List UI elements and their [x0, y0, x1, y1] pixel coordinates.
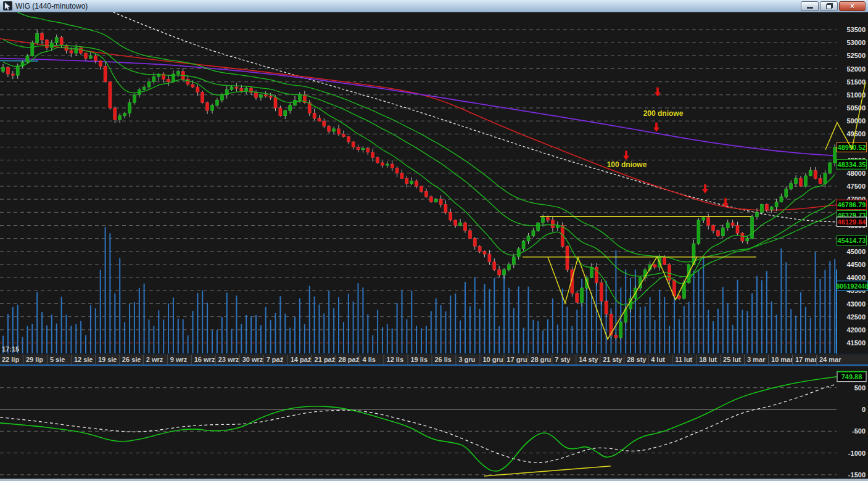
- window-controls: ×: [800, 1, 866, 11]
- restore-icon: [826, 4, 832, 9]
- svg-text:42500: 42500: [846, 313, 866, 321]
- svg-text:51500: 51500: [846, 78, 866, 86]
- svg-text:53000: 53000: [846, 39, 866, 46]
- restore-button[interactable]: [820, 1, 838, 11]
- svg-text:26 sie: 26 sie: [122, 356, 141, 363]
- svg-text:7 paź: 7 paź: [267, 356, 284, 363]
- chart-area[interactable]: 5350053000525005200051500510005050050000…: [0, 0, 868, 481]
- svg-text:-1500: -1500: [848, 471, 866, 479]
- svg-text:11 lut: 11 lut: [675, 356, 692, 363]
- svg-text:24 mar: 24 mar: [819, 356, 841, 363]
- svg-text:-500: -500: [852, 427, 866, 435]
- svg-text:28 gru: 28 gru: [531, 356, 551, 363]
- svg-text:21 paź: 21 paź: [315, 356, 336, 363]
- svg-text:28 sty: 28 sty: [627, 356, 647, 363]
- svg-text:48334.35: 48334.35: [838, 161, 866, 168]
- svg-text:10 gru: 10 gru: [482, 356, 503, 363]
- svg-text:200 dniowe: 200 dniowe: [643, 109, 684, 118]
- time-label: 17:15: [2, 345, 19, 353]
- svg-text:46129.64: 46129.64: [838, 218, 867, 226]
- svg-text:48000: 48000: [846, 170, 866, 177]
- svg-text:16 wrz: 16 wrz: [194, 356, 215, 363]
- svg-text:50000: 50000: [846, 117, 866, 125]
- date-axis: 22 lip29 lip5 sie12 sie19 sie26 sie2 wrz…: [0, 354, 868, 366]
- app-icon: [3, 1, 12, 10]
- svg-text:-1000: -1000: [848, 450, 866, 457]
- svg-text:52500: 52500: [846, 52, 866, 59]
- svg-text:17 mar: 17 mar: [795, 356, 817, 363]
- macd-value-box: 749.88: [837, 372, 866, 382]
- svg-text:29 lip: 29 lip: [26, 356, 43, 363]
- svg-text:3 mar: 3 mar: [747, 356, 766, 363]
- svg-text:2 wrz: 2 wrz: [146, 356, 163, 363]
- titlebar[interactable]: WIG (1440-minutowo) ×: [0, 0, 868, 12]
- svg-text:46786.79: 46786.79: [838, 201, 866, 208]
- svg-text:17:15: 17:15: [2, 345, 19, 353]
- svg-text:41500: 41500: [846, 339, 866, 347]
- svg-text:45000: 45000: [846, 248, 866, 255]
- svg-text:749.88: 749.88: [841, 373, 862, 380]
- close-icon: ×: [850, 2, 854, 10]
- svg-text:12 lis: 12 lis: [387, 356, 404, 363]
- svg-text:7 sty: 7 sty: [555, 356, 571, 363]
- svg-text:21 sty: 21 sty: [603, 356, 622, 363]
- svg-text:4 lut: 4 lut: [651, 356, 665, 363]
- svg-text:18 lut: 18 lut: [699, 356, 717, 363]
- svg-text:52000: 52000: [846, 65, 866, 73]
- svg-text:5 sie: 5 sie: [50, 356, 65, 363]
- app-window: 5350053000525005200051500510005050050000…: [0, 0, 868, 481]
- svg-text:3 gru: 3 gru: [458, 356, 475, 363]
- svg-text:100 dniowe: 100 dniowe: [607, 160, 647, 169]
- svg-text:14 sty: 14 sty: [579, 356, 598, 363]
- svg-text:48990.52: 48990.52: [838, 144, 866, 151]
- svg-text:43000: 43000: [846, 300, 866, 308]
- minimize-icon: [807, 7, 813, 9]
- svg-text:14 paź: 14 paź: [291, 356, 312, 363]
- svg-text:17 gru: 17 gru: [506, 356, 527, 363]
- svg-text:49500: 49500: [846, 130, 866, 138]
- chart-background: [0, 12, 868, 481]
- svg-text:500: 500: [854, 384, 866, 392]
- svg-text:19 lis: 19 lis: [410, 356, 428, 363]
- svg-text:42000: 42000: [846, 326, 866, 334]
- svg-text:28 paź: 28 paź: [339, 356, 360, 363]
- svg-text:50500: 50500: [846, 104, 866, 112]
- chart-canvas[interactable]: 5350053000525005200051500510005050050000…: [0, 0, 868, 481]
- svg-text:45414.73: 45414.73: [838, 237, 866, 244]
- close-button[interactable]: ×: [839, 1, 866, 11]
- svg-text:53500: 53500: [846, 26, 866, 33]
- svg-text:44000: 44000: [846, 274, 866, 281]
- svg-text:9 wrz: 9 wrz: [170, 356, 188, 363]
- svg-text:25 lut: 25 lut: [723, 356, 741, 363]
- svg-text:47500: 47500: [846, 183, 866, 190]
- svg-text:12 sie: 12 sie: [74, 356, 93, 363]
- svg-text:19 sie: 19 sie: [98, 356, 117, 363]
- svg-text:30 wrz: 30 wrz: [242, 356, 263, 363]
- svg-text:26 lis: 26 lis: [434, 356, 452, 363]
- svg-text:805192448: 805192448: [836, 282, 868, 290]
- svg-text:23 wrz: 23 wrz: [218, 356, 239, 363]
- window-title: WIG (1440-minutowo): [15, 2, 800, 10]
- ma-teal: [0, 60, 38, 61]
- minimize-button[interactable]: [801, 1, 819, 11]
- svg-text:44500: 44500: [846, 261, 866, 268]
- svg-text:22 lip: 22 lip: [2, 356, 19, 363]
- window-bottom-border: [0, 479, 868, 481]
- svg-text:4 lis: 4 lis: [363, 356, 376, 363]
- svg-text:0: 0: [862, 406, 866, 413]
- svg-text:10 mar: 10 mar: [771, 356, 793, 363]
